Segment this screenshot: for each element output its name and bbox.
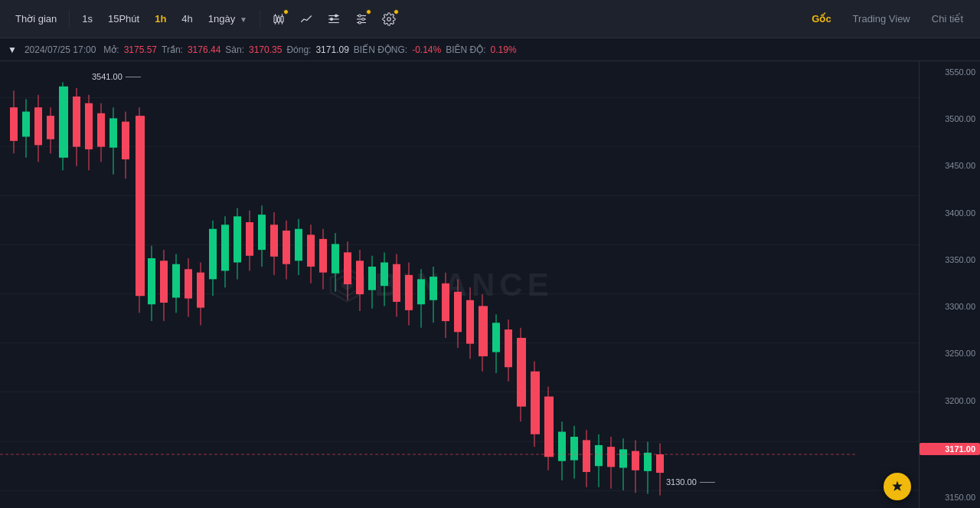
svg-rect-49 [160,261,168,303]
svg-rect-93 [430,277,437,300]
ohlc-open-label: Mở: [103,44,119,55]
svg-rect-55 [197,273,204,308]
high-price-label: 3541.00 [92,72,122,81]
ohlc-open-val: 3175.57 [124,44,157,55]
svg-rect-109 [531,372,540,434]
svg-rect-83 [368,267,376,290]
coin-svg [890,479,905,494]
svg-rect-35 [73,97,80,147]
svg-rect-6 [281,16,283,22]
price-level-9: 3150.00 [920,493,980,502]
svg-rect-29 [34,107,42,145]
svg-rect-63 [246,222,253,256]
dropdown-arrow: ▼ [240,15,247,24]
low-annotation: 3130.00 [666,477,715,487]
drawing-button[interactable] [322,7,346,31]
svg-rect-25 [10,107,18,141]
interval-1d[interactable]: 1ngày ▼ [202,9,253,28]
svg-rect-51 [172,264,180,298]
svg-rect-97 [454,292,462,333]
interval-15m[interactable]: 15Phút [102,9,145,28]
price-level-8: 3200.00 [920,396,980,405]
tab-trading-view[interactable]: Trading View [845,9,918,28]
svg-rect-37 [85,103,93,149]
svg-rect-121 [607,447,615,467]
interval-1h[interactable]: 1h [149,9,172,28]
ohlc-toggle[interactable]: ▼ [8,44,17,55]
gear-badge [394,9,399,15]
candlestick-chart[interactable] [0,61,919,508]
svg-rect-69 [283,231,290,264]
current-price-label: 3171.00 [920,443,980,455]
ohlc-range-val: 0.19% [491,44,517,55]
svg-point-18 [362,18,364,20]
svg-rect-77 [332,244,339,273]
svg-rect-111 [544,397,554,457]
svg-rect-71 [295,229,302,261]
tab-goc[interactable]: Gốc [804,9,838,28]
svg-rect-101 [479,306,488,356]
svg-rect-125 [632,451,639,470]
svg-rect-3 [277,17,279,21]
svg-rect-39 [97,113,105,147]
separator-2 [260,10,260,28]
price-level-2: 3500.00 [920,114,980,123]
svg-rect-41 [109,118,117,147]
svg-rect-67 [270,225,278,257]
svg-rect-31 [47,116,54,139]
svg-rect-59 [221,225,229,270]
svg-rect-33 [59,87,68,158]
toolbar: Thời gian 1s 15Phút 1h 4h 1ngày ▼ [0,0,980,38]
svg-rect-0 [274,15,276,22]
indicator-button[interactable] [294,7,318,31]
right-tabs: Gốc Trading View Chi tiết [804,9,971,28]
ohlc-low-val: 3170.35 [249,44,282,55]
svg-rect-79 [344,252,351,284]
low-annotation-line [700,482,715,483]
high-annotation: 3541.00 [92,72,141,81]
chart-type-button[interactable] [266,7,291,31]
svg-point-19 [358,21,361,24]
interval-1s[interactable]: 1s [76,9,99,28]
svg-rect-87 [393,264,400,302]
chart-type-badge [283,9,289,15]
ohlc-low-label: Sàn: [225,44,244,55]
ohlc-date: 2024/07/25 17:00 [24,44,96,55]
price-axis: 3550.00 3500.00 3450.00 3400.00 3350.00 … [919,61,980,508]
svg-rect-43 [122,122,129,159]
svg-rect-129 [656,454,664,473]
svg-point-20 [387,17,391,21]
svg-rect-53 [185,269,192,298]
svg-rect-127 [644,453,652,471]
settings-button[interactable] [349,7,374,31]
ohlc-change-val: -0.14% [412,44,441,55]
sliders-icon [354,12,368,26]
svg-rect-117 [583,440,590,472]
ohlc-close-val: 3171.09 [315,44,348,55]
svg-rect-123 [619,449,627,467]
ohlc-high-val: 3176.44 [188,44,220,55]
settings-badge [366,9,371,15]
interval-4h[interactable]: 4h [175,9,198,28]
ohlc-range-label: BIÊN ĐỘ: [446,44,485,55]
tab-chi-tiet[interactable]: Chi tiết [924,9,971,28]
gear-button[interactable] [377,7,401,31]
candlestick-icon [272,12,286,26]
price-level-5: 3350.00 [920,255,980,264]
gear-icon [382,12,396,26]
svg-point-17 [358,15,361,17]
svg-rect-27 [22,112,30,137]
svg-rect-45 [136,116,145,296]
chart-area[interactable]: BINANCE [0,61,980,508]
svg-rect-61 [234,216,241,262]
coin-icon-button[interactable] [884,473,911,500]
separator-1 [69,10,70,28]
ohlc-close-label: Đóng: [286,44,311,55]
svg-rect-115 [570,437,578,460]
svg-rect-107 [517,338,526,407]
high-annotation-line [126,77,141,77]
svg-rect-95 [442,283,449,321]
svg-point-13 [335,15,337,17]
price-level-1: 3550.00 [920,67,980,77]
svg-rect-47 [148,258,155,304]
